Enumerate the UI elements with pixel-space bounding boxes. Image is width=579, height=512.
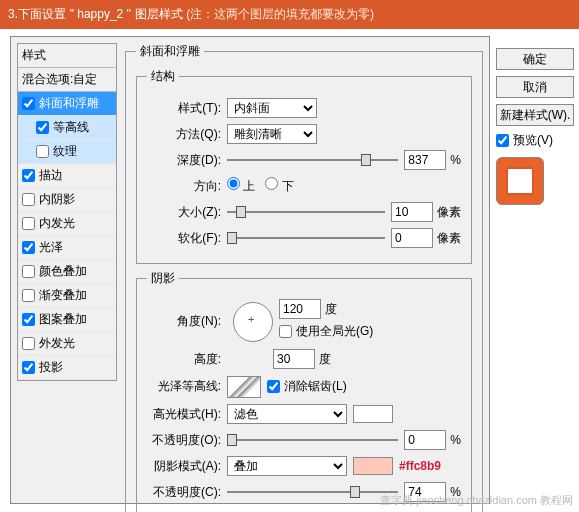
style-item-纹理[interactable]: 纹理 (18, 140, 116, 164)
depth-unit: % (450, 153, 461, 167)
preview-checkbox[interactable]: 预览(V) (496, 132, 576, 149)
soften-input[interactable] (391, 228, 433, 248)
style-item-等高线[interactable]: 等高线 (18, 116, 116, 140)
instruction-header: 3.下面设置 " happy_2 " 图层样式 (注：这两个图层的填充都要改为零… (0, 0, 579, 29)
style-select[interactable]: 内斜面 (227, 98, 317, 118)
soften-unit: 像素 (437, 230, 461, 247)
method-label: 方法(Q): (147, 126, 221, 143)
soften-label: 软化(F): (147, 230, 221, 247)
size-label: 大小(Z): (147, 204, 221, 221)
depth-input[interactable] (404, 150, 446, 170)
depth-slider[interactable] (227, 153, 398, 167)
antialias-checkbox[interactable]: 消除锯齿(L) (267, 378, 347, 395)
direction-label: 方向: (147, 178, 221, 195)
global-light-checkbox[interactable]: 使用全局光(G) (279, 323, 373, 340)
blend-options-row[interactable]: 混合选项:自定 (18, 68, 116, 92)
tail-text: 图层样式 (135, 7, 183, 21)
shadow-color-hex: #ffc8b9 (399, 459, 441, 473)
size-unit: 像素 (437, 204, 461, 221)
highlight-mode-select[interactable]: 滤色 (227, 404, 347, 424)
watermark: 查字典 jiaocheng.chazidian.com 教程网 (380, 493, 573, 508)
new-style-button[interactable]: 新建样式(W). (496, 104, 574, 126)
dir-down-radio[interactable]: 下 (265, 177, 293, 195)
highlight-opacity-label: 不透明度(O): (147, 432, 221, 449)
altitude-input[interactable] (273, 349, 315, 369)
angle-wheel[interactable] (233, 302, 273, 342)
style-item-内阴影[interactable]: 内阴影 (18, 188, 116, 212)
ok-button[interactable]: 确定 (496, 48, 574, 70)
dialog-buttons: 确定 取消 新建样式(W). 预览(V) (496, 48, 576, 205)
layer-style-dialog: 样式 混合选项:自定 斜面和浮雕等高线纹理描边内阴影内发光光泽颜色叠加渐变叠加图… (10, 36, 490, 504)
note-text: (注：这两个图层的填充都要改为零) (186, 7, 374, 21)
shadow-mode-label: 阴影模式(A): (147, 458, 221, 475)
shadow-opacity-label: 不透明度(C): (147, 484, 221, 501)
style-item-内发光[interactable]: 内发光 (18, 212, 116, 236)
layer-name: " happy_2 " (70, 7, 131, 21)
cancel-button[interactable]: 取消 (496, 76, 574, 98)
step-text: 3.下面设置 (8, 7, 66, 21)
shadow-color-swatch[interactable] (353, 457, 393, 475)
gloss-contour-picker[interactable] (227, 376, 261, 398)
highlight-opacity-unit: % (450, 433, 461, 447)
size-slider[interactable] (227, 205, 385, 219)
structure-fieldset: 结构 样式(T): 内斜面 方法(Q): 雕刻清晰 深度(D): % 方向: (136, 68, 472, 264)
method-select[interactable]: 雕刻清晰 (227, 124, 317, 144)
style-list-header[interactable]: 样式 (18, 44, 116, 68)
highlight-opacity-input[interactable] (404, 430, 446, 450)
preview-swatch (496, 157, 544, 205)
style-item-斜面和浮雕[interactable]: 斜面和浮雕 (18, 92, 116, 116)
shading-legend: 阴影 (147, 270, 179, 287)
style-item-颜色叠加[interactable]: 颜色叠加 (18, 260, 116, 284)
gloss-contour-label: 光泽等高线: (147, 378, 221, 395)
size-input[interactable] (391, 202, 433, 222)
highlight-color-swatch[interactable] (353, 405, 393, 423)
style-label: 样式(T): (147, 100, 221, 117)
shadow-opacity-slider[interactable] (227, 485, 398, 499)
shadow-mode-select[interactable]: 叠加 (227, 456, 347, 476)
highlight-mode-label: 高光模式(H): (147, 406, 221, 423)
style-item-外发光[interactable]: 外发光 (18, 332, 116, 356)
style-list: 样式 混合选项:自定 斜面和浮雕等高线纹理描边内阴影内发光光泽颜色叠加渐变叠加图… (17, 43, 117, 381)
bevel-legend: 斜面和浮雕 (136, 43, 204, 60)
altitude-label: 高度: (147, 351, 221, 368)
style-item-描边[interactable]: 描边 (18, 164, 116, 188)
shading-fieldset: 阴影 角度(N): 度 使用全局光(G) 高度: (136, 270, 472, 512)
highlight-opacity-slider[interactable] (227, 433, 398, 447)
bevel-fieldset: 斜面和浮雕 结构 样式(T): 内斜面 方法(Q): 雕刻清晰 深度(D): % (125, 43, 483, 512)
angle-label: 角度(N): (147, 313, 221, 330)
style-item-渐变叠加[interactable]: 渐变叠加 (18, 284, 116, 308)
depth-label: 深度(D): (147, 152, 221, 169)
soften-slider[interactable] (227, 231, 385, 245)
angle-input[interactable] (279, 299, 321, 319)
angle-unit: 度 (325, 301, 337, 318)
style-item-投影[interactable]: 投影 (18, 356, 116, 380)
style-item-光泽[interactable]: 光泽 (18, 236, 116, 260)
main-panel: 斜面和浮雕 结构 样式(T): 内斜面 方法(Q): 雕刻清晰 深度(D): % (125, 43, 483, 512)
structure-legend: 结构 (147, 68, 179, 85)
dir-up-radio[interactable]: 上 (227, 177, 255, 195)
style-item-图案叠加[interactable]: 图案叠加 (18, 308, 116, 332)
altitude-unit: 度 (319, 351, 331, 368)
